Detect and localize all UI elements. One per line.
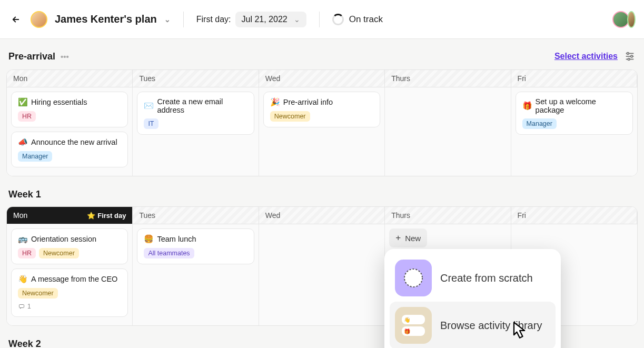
plus-icon: + xyxy=(395,233,401,243)
day-cell-tues[interactable]: ✉️Create a new email address IT xyxy=(133,87,259,176)
new-activity-button[interactable]: + New xyxy=(389,228,427,247)
day-head-mon: Mon xyxy=(7,70,133,87)
day-head-wed: Wed xyxy=(259,70,385,87)
activity-card[interactable]: 📣Announce the new arrival Manager xyxy=(11,132,128,167)
tag-newcomer: Newcomer xyxy=(18,288,58,299)
first-day-field[interactable]: First day: Jul 21, 2022 ⌄ xyxy=(196,12,306,27)
day-cell-tues[interactable]: 🍔Team lunch All teammates xyxy=(133,224,259,325)
header: James Kenter's plan ⌄ First day: Jul 21,… xyxy=(0,0,644,39)
day-head-tues: Tues xyxy=(133,70,259,87)
checkmark-emoji-icon: ✅ xyxy=(18,97,28,107)
day-cell-mon[interactable]: ✅Hiring essentials HR 📣Announce the new … xyxy=(7,87,133,176)
comment-count: 1 xyxy=(18,303,31,310)
day-cell-fri[interactable]: 🎁Set up a welcome package Manager xyxy=(511,87,637,176)
day-cell-wed[interactable]: 🎉Pre-arrival info Newcomer xyxy=(259,87,385,176)
activity-card[interactable]: 🍔Team lunch All teammates xyxy=(137,228,254,264)
star-icon: ⭐ xyxy=(87,212,95,220)
avatar xyxy=(31,11,47,28)
plan-title: James Kenter's plan xyxy=(55,13,157,25)
envelope-emoji-icon: ✉️ xyxy=(144,101,154,111)
progress-spinner-icon xyxy=(332,14,344,25)
prearrival-grid: Mon Tues Wed Thurs Fri ✅Hiring essential… xyxy=(6,69,638,176)
activity-card[interactable]: 🎉Pre-arrival info Newcomer xyxy=(263,92,380,127)
gift-emoji-icon: 🎁 xyxy=(522,101,532,111)
plan-title-dropdown[interactable]: James Kenter's plan ⌄ xyxy=(55,13,171,25)
day-head-mon-firstday: Mon ⭐First day xyxy=(7,207,133,224)
new-activity-popup: Create from scratch 👋 🎁 Browse activity … xyxy=(384,249,561,348)
tag-manager: Manager xyxy=(18,151,52,162)
megaphone-emoji-icon: 📣 xyxy=(18,137,28,147)
day-head-thurs: Thurs xyxy=(385,207,511,224)
svg-point-7 xyxy=(404,269,422,287)
section-title-week1: Week 1 xyxy=(6,176,638,206)
bus-emoji-icon: 🚌 xyxy=(18,234,28,244)
tag-newcomer: Newcomer xyxy=(39,248,79,258)
activity-card[interactable]: ✅Hiring essentials HR xyxy=(11,92,128,127)
svg-point-3 xyxy=(627,53,629,55)
divider xyxy=(183,12,184,27)
activity-card[interactable]: 🚌Orientation session HR Newcomer xyxy=(11,228,128,264)
cursor-pointer-icon xyxy=(508,319,531,343)
svg-rect-6 xyxy=(19,305,24,308)
day-head-thurs: Thurs xyxy=(385,70,511,87)
wave-emoji-icon: 👋 xyxy=(18,274,28,284)
section-title-prearrival: Pre-arrival xyxy=(8,51,55,62)
chevron-down-icon: ⌄ xyxy=(164,15,171,24)
day-head-fri: Fri xyxy=(511,70,637,87)
activity-card[interactable]: ✉️Create a new email address IT xyxy=(137,92,254,135)
day-cell-thurs[interactable] xyxy=(385,87,511,176)
scratch-icon xyxy=(395,260,432,296)
activity-card[interactable]: 🎁Set up a welcome package Manager xyxy=(516,92,633,135)
first-day-value: Jul 21, 2022 xyxy=(242,15,288,24)
day-head-fri: Fri xyxy=(511,207,637,224)
tag-hr: HR xyxy=(18,111,36,122)
day-cell-mon[interactable]: 🚌Orientation session HR Newcomer 👋A mess… xyxy=(7,224,133,325)
activity-card[interactable]: 👋A message from the CEO Newcomer 1 xyxy=(11,269,128,317)
create-from-scratch-option[interactable]: Create from scratch xyxy=(390,254,556,302)
tag-it: IT xyxy=(144,118,158,129)
tag-newcomer: Newcomer xyxy=(270,111,310,122)
svg-point-4 xyxy=(631,55,633,57)
day-cell-wed[interactable] xyxy=(259,224,385,325)
tag-manager: Manager xyxy=(522,118,557,129)
divider xyxy=(319,12,320,27)
tada-emoji-icon: 🎉 xyxy=(270,97,280,107)
library-icon: 👋 🎁 xyxy=(395,307,432,344)
svg-point-5 xyxy=(628,58,630,61)
filter-sliders-icon[interactable] xyxy=(624,51,636,62)
status-indicator: On track xyxy=(332,14,383,25)
first-day-label: First day: xyxy=(196,15,231,24)
tag-all-teammates: All teammates xyxy=(144,248,194,258)
status-text: On track xyxy=(349,14,383,25)
back-button[interactable] xyxy=(8,12,23,27)
more-icon[interactable]: ••• xyxy=(61,52,69,61)
day-head-wed: Wed xyxy=(259,207,385,224)
chevron-down-icon: ⌄ xyxy=(294,15,300,24)
burger-emoji-icon: 🍔 xyxy=(144,234,154,244)
day-head-tues: Tues xyxy=(133,207,259,224)
select-activities-link[interactable]: Select activities xyxy=(554,52,618,61)
tag-hr: HR xyxy=(18,248,36,258)
header-avatars[interactable] xyxy=(615,11,636,28)
